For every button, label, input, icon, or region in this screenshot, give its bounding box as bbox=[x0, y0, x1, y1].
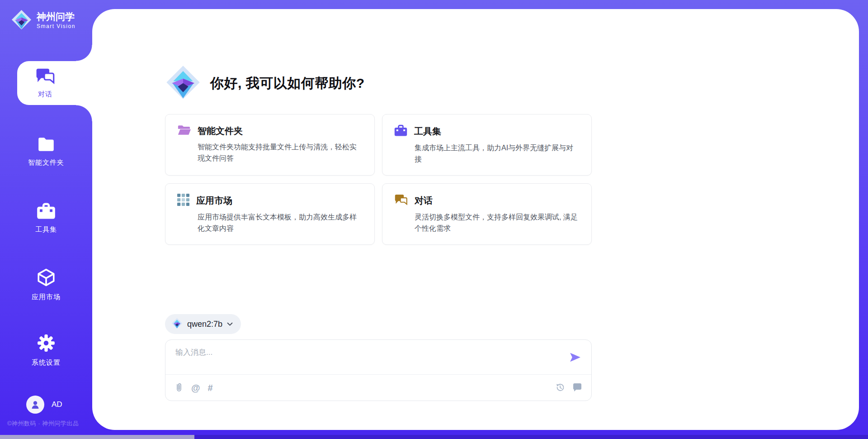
topic-button[interactable]: # bbox=[208, 383, 213, 393]
card-app-market[interactable]: 应用市场 应用市场提供丰富长文本模板，助力高效生成多样化文章内容 bbox=[165, 183, 375, 245]
attach-file-button[interactable] bbox=[175, 382, 184, 394]
sidebar-item-label: 应用市场 bbox=[32, 293, 61, 301]
sidebar-item-chat[interactable]: 对话 bbox=[17, 61, 92, 105]
app-grid-icon bbox=[177, 194, 189, 208]
chevron-down-icon bbox=[227, 320, 233, 328]
chat-bubbles-icon bbox=[35, 67, 55, 87]
model-logo-icon bbox=[171, 318, 183, 331]
folder-icon bbox=[37, 136, 56, 154]
model-selector[interactable]: qwen2:7b bbox=[165, 314, 241, 334]
card-title: 对话 bbox=[415, 195, 433, 207]
feature-cards: 智能文件夹 智能文件夹功能支持批量文件上传与清洗，轻松实现文件问答 工具集 集成… bbox=[165, 114, 592, 245]
card-description: 集成市场上主流工具，助力AI与外界无缝扩展与对接 bbox=[415, 143, 580, 165]
brand[interactable]: 神州问学 Smart Vision bbox=[11, 9, 75, 32]
cube-icon bbox=[37, 268, 56, 289]
history-icon bbox=[555, 382, 565, 394]
card-toolset[interactable]: 工具集 集成市场上主流工具，助力AI与外界无缝扩展与对接 bbox=[382, 114, 592, 176]
sidebar-item-toolset[interactable]: 工具集 bbox=[0, 202, 92, 234]
sidebar-item-settings[interactable]: 系统设置 bbox=[0, 334, 92, 367]
greeting: 你好, 我可以如何帮助你? bbox=[165, 64, 365, 102]
user-profile[interactable]: AD bbox=[26, 396, 62, 414]
brand-name: 神州问学 bbox=[37, 12, 75, 22]
tab-bottom-fillet bbox=[76, 105, 92, 121]
at-icon: @ bbox=[191, 383, 200, 393]
message-composer: @ # bbox=[165, 339, 592, 401]
paperclip-icon bbox=[175, 382, 184, 394]
card-description: 应用市场提供丰富长文本模板，助力高效生成多样化文章内容 bbox=[198, 212, 363, 234]
toolbox-icon bbox=[37, 202, 56, 221]
message-input[interactable] bbox=[175, 346, 561, 373]
feedback-button[interactable] bbox=[572, 382, 582, 393]
brand-text: 神州问学 Smart Vision bbox=[37, 12, 75, 29]
card-title: 智能文件夹 bbox=[198, 125, 243, 137]
toolbox-icon bbox=[394, 124, 407, 138]
brand-subtitle: Smart Vision bbox=[37, 23, 75, 29]
hash-icon: # bbox=[208, 383, 213, 393]
card-chat[interactable]: 对话 灵活切换多模型文件，支持多样回复效果调试, 满足个性化需求 bbox=[382, 183, 592, 245]
horizontal-scrollbar[interactable] bbox=[0, 435, 868, 439]
sidebar: 神州问学 Smart Vision 对话 智能 bbox=[0, 0, 92, 439]
card-description: 智能文件夹功能支持批量文件上传与清洗，轻松实现文件问答 bbox=[198, 142, 363, 164]
app-root: 神州问学 Smart Vision 对话 智能 bbox=[0, 0, 868, 439]
sidebar-item-smart-folders[interactable]: 智能文件夹 bbox=[0, 136, 92, 167]
gear-icon bbox=[37, 334, 56, 354]
mention-button[interactable]: @ bbox=[191, 383, 200, 393]
chat-bubbles-icon bbox=[394, 194, 408, 208]
folder-open-icon bbox=[177, 124, 191, 138]
tab-top-fillet bbox=[76, 45, 92, 61]
composer-toolbar: @ # bbox=[175, 375, 582, 401]
greeting-text: 你好, 我可以如何帮助你? bbox=[210, 74, 365, 93]
user-name: AD bbox=[52, 400, 62, 409]
model-name: qwen2:7b bbox=[187, 320, 222, 329]
brand-logo-icon bbox=[11, 9, 32, 32]
sidebar-item-label: 系统设置 bbox=[32, 358, 61, 367]
sidebar-item-label: 工具集 bbox=[35, 225, 57, 234]
card-title: 工具集 bbox=[414, 125, 441, 138]
card-title: 应用市场 bbox=[196, 195, 232, 207]
copyright: ©神州数码 · 神州问学出品 bbox=[7, 420, 79, 428]
card-description: 灵活切换多模型文件，支持多样回复效果调试, 满足个性化需求 bbox=[415, 212, 580, 234]
sidebar-item-app-market[interactable]: 应用市场 bbox=[0, 268, 92, 301]
scrollbar-thumb[interactable] bbox=[0, 435, 194, 439]
sidebar-item-label: 智能文件夹 bbox=[28, 158, 64, 167]
avatar bbox=[26, 396, 44, 414]
send-icon bbox=[569, 358, 581, 364]
feedback-icon bbox=[572, 382, 582, 393]
send-button[interactable] bbox=[569, 352, 581, 363]
card-smart-folders[interactable]: 智能文件夹 智能文件夹功能支持批量文件上传与清洗，轻松实现文件问答 bbox=[165, 114, 375, 176]
sidebar-item-label: 对话 bbox=[38, 90, 52, 99]
assistant-logo-icon bbox=[165, 64, 201, 102]
history-button[interactable] bbox=[555, 382, 565, 394]
